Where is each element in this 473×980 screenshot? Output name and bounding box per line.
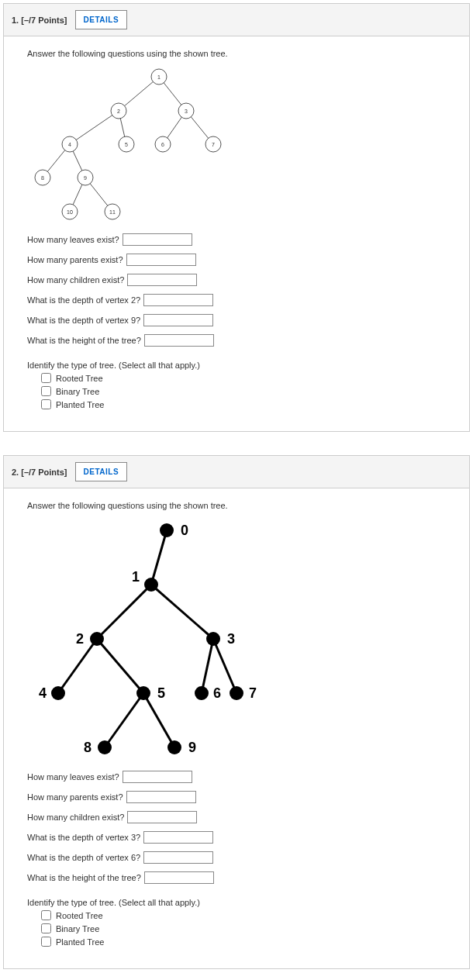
- tree1-node-10: 10: [62, 204, 78, 219]
- q2-choice-checkbox[interactable]: [41, 937, 51, 947]
- svg-text:1: 1: [132, 569, 140, 585]
- tree1-node-9: 9: [78, 170, 93, 185]
- q2-answer-input[interactable]: [143, 831, 213, 844]
- tree1-node-4: 4: [62, 136, 78, 152]
- svg-text:1: 1: [157, 74, 161, 80]
- svg-line-40: [143, 693, 174, 747]
- q2-choice-label: Rooted Tree: [56, 911, 103, 920]
- q1-choice-label: Planted Tree: [56, 400, 104, 409]
- question-1: 1. [–/7 Points] DETAILS Answer the follo…: [3, 3, 470, 432]
- q2-choice-checkbox[interactable]: [41, 910, 51, 920]
- tree2-node-3: 3: [206, 631, 235, 647]
- tree1-node-8: 8: [35, 170, 50, 185]
- q2-field-label: How many parents exist?: [27, 792, 123, 802]
- q1-answer-input[interactable]: [144, 334, 214, 347]
- question-2-points: 2. [–/7 Points]: [12, 468, 67, 477]
- q1-answer-input[interactable]: [143, 314, 213, 326]
- svg-text:8: 8: [41, 175, 44, 181]
- details-button[interactable]: DETAILS: [75, 10, 128, 29]
- svg-point-51: [136, 686, 150, 700]
- q2-answer-input[interactable]: [144, 871, 214, 884]
- svg-line-37: [202, 639, 213, 693]
- svg-text:0: 0: [181, 523, 188, 538]
- svg-text:9: 9: [84, 175, 87, 181]
- question-1-prompt: Answer the following questions using the…: [27, 49, 446, 58]
- q2-choice-label: Binary Tree: [56, 924, 99, 933]
- q2-field-label: How many children exist?: [27, 813, 124, 822]
- svg-line-34: [151, 585, 213, 639]
- svg-point-57: [98, 740, 112, 754]
- svg-line-2: [70, 111, 119, 144]
- details-button[interactable]: DETAILS: [75, 462, 128, 481]
- svg-text:7: 7: [249, 685, 257, 701]
- q1-field-label: What is the depth of vertex 9?: [27, 316, 140, 325]
- q2-choice-checkbox[interactable]: [41, 923, 51, 933]
- svg-text:9: 9: [188, 740, 196, 755]
- q1-field-label: What is the height of the tree?: [27, 336, 141, 345]
- q1-choice-checkbox[interactable]: [41, 373, 51, 383]
- svg-text:7: 7: [212, 142, 215, 147]
- svg-line-33: [97, 585, 151, 639]
- svg-line-39: [105, 693, 143, 747]
- svg-point-55: [230, 686, 243, 700]
- q1-choice-label: Binary Tree: [56, 387, 99, 396]
- tree1-node-1: 1: [151, 69, 167, 85]
- q1-answer-input[interactable]: [126, 254, 196, 266]
- tree1-node-2: 2: [111, 103, 126, 119]
- q1-type-prompt: Identify the type of tree. (Select all t…: [27, 361, 446, 370]
- q1-field-label: How many children exist?: [27, 275, 124, 285]
- svg-line-36: [97, 639, 143, 693]
- question-1-header: 1. [–/7 Points] DETAILS: [4, 4, 469, 36]
- svg-text:5: 5: [157, 685, 165, 701]
- tree-diagram-1: 1 2 3 4 5 6 7 8 9 10 11: [27, 63, 446, 226]
- svg-text:8: 8: [84, 740, 91, 755]
- q1-choice-checkbox[interactable]: [41, 386, 51, 396]
- svg-point-43: [144, 578, 158, 592]
- q2-answer-input[interactable]: [143, 851, 213, 864]
- tree2-node-8: 8: [84, 740, 112, 755]
- svg-text:3: 3: [227, 631, 235, 647]
- svg-text:4: 4: [39, 685, 47, 701]
- svg-point-45: [90, 632, 104, 646]
- tree-diagram-2: 0 1 2 3 4 5 6 7 8 9: [27, 515, 446, 763]
- tree2-node-6: 6: [195, 685, 221, 701]
- q1-answer-input[interactable]: [143, 294, 213, 306]
- question-2-body: Answer the following questions using the…: [4, 488, 469, 968]
- q2-answer-input[interactable]: [127, 811, 197, 823]
- q1-answer-input[interactable]: [123, 233, 192, 246]
- svg-text:6: 6: [161, 142, 164, 147]
- q2-field-label: How many leaves exist?: [27, 772, 119, 782]
- svg-text:3: 3: [185, 109, 188, 114]
- tree1-node-3: 3: [178, 103, 194, 119]
- q2-field-label: What is the depth of vertex 3?: [27, 833, 140, 842]
- tree2-node-2: 2: [76, 631, 104, 647]
- q2-choice-label: Planted Tree: [56, 937, 104, 947]
- tree1-node-6: 6: [155, 136, 171, 152]
- tree2-node-4: 4: [39, 685, 65, 701]
- svg-text:2: 2: [76, 631, 84, 647]
- tree2-node-7: 7: [230, 685, 257, 701]
- svg-line-35: [58, 639, 97, 693]
- svg-point-49: [51, 686, 65, 700]
- q2-answer-input[interactable]: [123, 771, 192, 783]
- tree2-node-5: 5: [136, 685, 165, 701]
- q1-choice-checkbox[interactable]: [41, 399, 51, 409]
- svg-point-53: [195, 686, 209, 700]
- q2-field-label: What is the height of the tree?: [27, 873, 141, 882]
- tree1-node-7: 7: [205, 136, 221, 152]
- svg-text:2: 2: [117, 109, 120, 114]
- tree2-node-0: 0: [160, 523, 188, 538]
- svg-text:6: 6: [213, 685, 221, 701]
- q2-answer-input[interactable]: [126, 791, 196, 803]
- tree1-node-11: 11: [105, 204, 120, 219]
- q1-field-label: What is the depth of vertex 2?: [27, 295, 140, 305]
- svg-line-32: [151, 530, 167, 585]
- question-1-points: 1. [–/7 Points]: [12, 16, 67, 25]
- svg-text:5: 5: [125, 142, 128, 147]
- svg-point-59: [167, 740, 181, 754]
- svg-point-47: [206, 632, 220, 646]
- q1-answer-input[interactable]: [127, 274, 197, 286]
- question-2-header: 2. [–/7 Points] DETAILS: [4, 456, 469, 488]
- question-1-body: Answer the following questions using the…: [4, 36, 469, 431]
- svg-text:11: 11: [109, 209, 116, 215]
